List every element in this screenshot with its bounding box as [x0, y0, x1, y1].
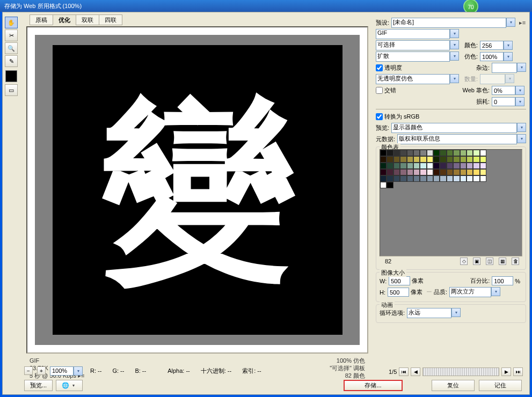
color-swatch-cell[interactable] — [393, 156, 400, 163]
color-swatch-cell[interactable] — [380, 163, 387, 169]
color-swatch-cell[interactable] — [440, 175, 446, 182]
color-swatch-cell[interactable] — [400, 175, 406, 182]
color-swatch-cell[interactable] — [447, 156, 453, 163]
color-swatch-cell[interactable] — [447, 150, 453, 156]
color-swatch-cell[interactable] — [380, 182, 387, 188]
color-swatch-cell[interactable] — [473, 175, 479, 182]
color-swatch-cell[interactable] — [413, 150, 420, 156]
color-swatch-cell[interactable] — [413, 169, 420, 175]
reduction-select[interactable]: 可选择 ▾ — [376, 40, 459, 50]
color-swatch-cell[interactable] — [467, 156, 473, 163]
color-swatch-cell[interactable] — [467, 169, 473, 175]
color-swatch-cell[interactable] — [420, 175, 426, 182]
color-swatch-cell[interactable] — [427, 175, 433, 182]
frame-strip[interactable] — [422, 367, 499, 376]
color-swatch-cell[interactable] — [400, 150, 406, 156]
color-swatch-cell[interactable] — [380, 169, 387, 175]
color-swatch-cell[interactable] — [453, 150, 460, 156]
color-swatch-cell[interactable] — [453, 169, 460, 175]
hand-tool[interactable]: ✋ — [5, 17, 18, 28]
tab-two-up[interactable]: 双联 — [76, 14, 99, 25]
color-swatch-cell[interactable] — [433, 163, 440, 169]
color-swatch-cell[interactable] — [413, 175, 420, 182]
color-swatch-cell[interactable] — [467, 175, 473, 182]
color-swatch-cell[interactable] — [407, 150, 413, 156]
matte-select[interactable]: ▾ — [492, 63, 526, 73]
interlace-checkbox[interactable] — [376, 87, 383, 94]
color-swatch-cell[interactable] — [420, 169, 426, 175]
zoom-tool[interactable]: 🔍 — [5, 42, 18, 54]
preset-select[interactable]: [未命名] ▾ — [391, 18, 515, 28]
color-swatch-cell[interactable] — [393, 163, 400, 169]
color-swatch-cell[interactable] — [420, 150, 426, 156]
color-swatch-cell[interactable] — [433, 156, 440, 163]
preset-flyout-icon[interactable]: ▸≡ — [519, 19, 526, 26]
metadata-select[interactable]: 版权和联系信息 ▾ — [397, 134, 526, 144]
trash-icon[interactable]: 🗑 — [512, 258, 519, 265]
color-swatch-cell[interactable] — [427, 156, 433, 163]
color-swatch-cell[interactable] — [380, 150, 387, 156]
color-swatch-cell[interactable] — [447, 163, 453, 169]
eyedropper-tool[interactable]: ✎ — [5, 55, 18, 67]
color-swatch-cell[interactable] — [380, 175, 387, 182]
zoom-value[interactable] — [50, 366, 74, 376]
reset-button[interactable]: 复位 — [432, 380, 475, 391]
colors-select[interactable]: ▾ — [480, 41, 514, 50]
websnap-value[interactable] — [492, 86, 515, 95]
height-input[interactable] — [388, 288, 409, 297]
color-swatch-cell[interactable] — [480, 169, 486, 175]
color-swatch-cell[interactable] — [427, 163, 433, 169]
width-input[interactable] — [389, 276, 410, 285]
color-swatch-cell[interactable] — [460, 175, 467, 182]
toggle-slices[interactable]: ▭ — [5, 84, 18, 96]
shift-web-icon[interactable]: ▣ — [473, 258, 480, 265]
prev-frame-button[interactable]: ◀ — [411, 367, 420, 376]
notrans-select[interactable]: 无透明度仿色 ▾ — [376, 74, 459, 84]
remember-button[interactable]: 记住 — [479, 380, 522, 391]
color-table-grid[interactable] — [380, 149, 522, 256]
color-swatch-cell[interactable] — [400, 156, 406, 163]
color-swatch-cell[interactable] — [427, 169, 433, 175]
foreground-color[interactable] — [5, 70, 17, 82]
color-swatch-cell[interactable] — [473, 163, 479, 169]
last-frame-button[interactable]: ⏭ — [513, 367, 523, 376]
color-swatch-cell[interactable] — [427, 150, 433, 156]
color-swatch-cell[interactable] — [473, 150, 479, 156]
color-swatch-cell[interactable] — [387, 150, 393, 156]
tab-four-up[interactable]: 四联 — [99, 14, 122, 25]
color-swatch-cell[interactable] — [447, 169, 453, 175]
tab-optimized[interactable]: 优化 — [53, 14, 76, 25]
color-swatch-cell[interactable] — [460, 163, 467, 169]
color-swatch-cell[interactable] — [433, 169, 440, 175]
lock-color-icon[interactable]: ◇ — [460, 258, 468, 265]
color-swatch-cell[interactable] — [400, 169, 406, 175]
lossy-value[interactable] — [492, 97, 515, 106]
color-swatch-cell[interactable] — [387, 182, 393, 188]
color-swatch-cell[interactable] — [440, 163, 446, 169]
color-swatch-cell[interactable] — [393, 150, 400, 156]
browser-preview-button[interactable]: 🌐▾ — [56, 380, 83, 391]
color-swatch-cell[interactable] — [433, 150, 440, 156]
color-swatch-cell[interactable] — [467, 163, 473, 169]
color-swatch-cell[interactable] — [407, 156, 413, 163]
color-swatch-cell[interactable] — [440, 169, 446, 175]
first-frame-button[interactable]: ⏮ — [399, 367, 409, 376]
color-swatch-cell[interactable] — [393, 175, 400, 182]
zoom-select[interactable]: ▾ — [50, 366, 83, 376]
transparency-checkbox[interactable] — [376, 64, 383, 71]
quality-select[interactable]: 两次立方 ▾ — [449, 287, 500, 297]
preview-button[interactable]: 预览... — [24, 380, 53, 391]
color-swatch-cell[interactable] — [387, 169, 393, 175]
color-swatch-cell[interactable] — [447, 175, 453, 182]
slice-tool[interactable]: ✂ — [5, 30, 18, 41]
color-swatch-cell[interactable] — [480, 163, 486, 169]
color-swatch-cell[interactable] — [380, 156, 387, 163]
color-swatch-cell[interactable] — [407, 175, 413, 182]
color-swatch-cell[interactable] — [387, 163, 393, 169]
link-icon[interactable]: 𝄖 — [427, 289, 432, 296]
color-swatch-cell[interactable] — [407, 163, 413, 169]
dither-select[interactable]: 扩散 ▾ — [376, 52, 459, 62]
color-swatch-cell[interactable] — [393, 169, 400, 175]
color-swatch-cell[interactable] — [400, 163, 406, 169]
lossy-select[interactable]: ▾ — [492, 97, 526, 106]
